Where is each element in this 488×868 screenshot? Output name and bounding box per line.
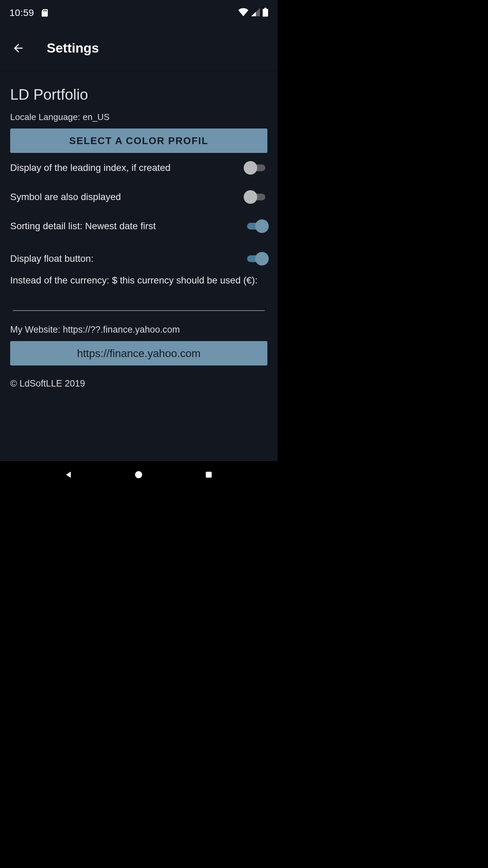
- svg-rect-6: [206, 472, 211, 477]
- setting-row-float-button: Display float button:: [10, 240, 267, 273]
- currency-label: Instead of the currency: $ this currency…: [10, 273, 267, 286]
- website-button[interactable]: https://finance.yahoo.com: [10, 341, 267, 366]
- nav-recents-button[interactable]: [201, 467, 217, 483]
- app-bar: Settings: [0, 25, 278, 71]
- cell-signal-icon: [251, 8, 260, 18]
- nav-home-button[interactable]: [130, 467, 147, 483]
- status-bar: 10:59: [0, 0, 278, 25]
- currency-input[interactable]: [13, 286, 265, 311]
- page-title: Settings: [47, 41, 99, 56]
- locale-label: Locale Language: en_US: [10, 112, 267, 122]
- toggle-float-button[interactable]: [245, 252, 267, 265]
- arrow-left-icon: [12, 42, 25, 55]
- setting-row-sort: Sorting detail list: Newest date first: [10, 211, 267, 240]
- settings-content: LD Portfolio Locale Language: en_US SELE…: [0, 71, 278, 389]
- svg-rect-1: [45, 10, 45, 12]
- setting-label: Display of the leading index, if created: [10, 162, 245, 173]
- wifi-icon: [238, 8, 248, 18]
- battery-icon: [263, 8, 268, 18]
- copyright-label: © LdSoftLLE 2019: [10, 378, 267, 389]
- svg-point-5: [135, 471, 142, 478]
- toggle-leading-index[interactable]: [245, 161, 267, 175]
- setting-row-symbol: Symbol are also displayed: [10, 182, 267, 211]
- system-nav-bar: [0, 461, 278, 488]
- svg-rect-0: [43, 10, 44, 12]
- svg-rect-4: [263, 9, 268, 17]
- svg-rect-2: [46, 10, 47, 12]
- sd-card-icon: [42, 9, 48, 17]
- svg-rect-3: [264, 8, 266, 9]
- setting-row-leading-index: Display of the leading index, if created: [10, 153, 267, 182]
- back-button[interactable]: [10, 40, 26, 56]
- circle-icon: [134, 470, 143, 479]
- nav-back-button[interactable]: [61, 467, 77, 483]
- status-time: 10:59: [9, 7, 34, 18]
- color-profile-button[interactable]: SELECT A COLOR PROFIL: [10, 129, 267, 153]
- setting-label: Display float button:: [10, 253, 245, 264]
- toggle-sort[interactable]: [245, 219, 267, 233]
- website-label: My Website: https://??.finance.yahoo.com: [10, 324, 267, 335]
- toggle-symbol[interactable]: [245, 190, 267, 204]
- triangle-left-icon: [64, 470, 74, 479]
- setting-label: Symbol are also displayed: [10, 192, 245, 202]
- square-icon: [204, 470, 213, 479]
- section-title: LD Portfolio: [10, 86, 267, 103]
- setting-label: Sorting detail list: Newest date first: [10, 221, 245, 232]
